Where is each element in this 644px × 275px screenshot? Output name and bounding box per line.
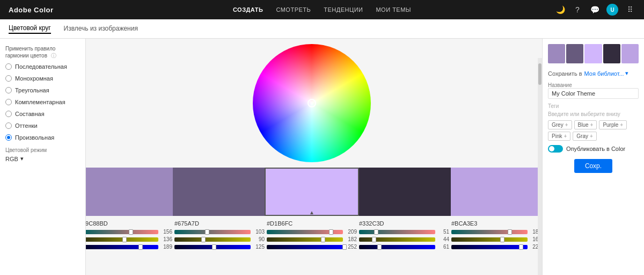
hex-3[interactable]: #D1B6FC	[267, 220, 357, 227]
harmony-compound[interactable]: Составная	[5, 111, 80, 117]
tag-plus-blue: +	[590, 122, 594, 128]
hex-5[interactable]: #BCA3E3	[451, 220, 538, 227]
left-panel: Применить правило гармонии цветов ⓘ Посл…	[0, 39, 86, 275]
save-to-label: Сохранить в	[548, 70, 582, 77]
swatch-3[interactable]	[265, 168, 358, 216]
tag-blue[interactable]: Blue +	[574, 120, 597, 129]
slider-val-g3: 182	[345, 236, 357, 242]
slider-track-b3[interactable]	[267, 245, 343, 249]
slider-b-4: 61	[359, 244, 449, 250]
preview-swatch-2[interactable]	[566, 44, 583, 63]
preview-swatch-1[interactable]	[548, 44, 565, 63]
swatch-1[interactable]	[86, 168, 173, 216]
scrollbar[interactable]	[538, 58, 542, 275]
top-nav: Adobe Color СОЗДАТЬ СМОТРЕТЬ ТЕНДЕНЦИИ М…	[0, 0, 644, 19]
harmony-triangular[interactable]: Треугольная	[5, 87, 80, 93]
right-panel: Сохранить в Моя библиот... ▾ Название Те…	[542, 39, 644, 275]
preview-swatch-5[interactable]	[621, 44, 639, 63]
publish-row: Опубликовать в Color	[548, 145, 639, 153]
tags-container: Grey + Blue + Purple + Pink + Gray +	[548, 120, 639, 141]
color-values-row: #9C88BD 156 136 189	[86, 218, 538, 254]
slider-track-g1[interactable]	[86, 237, 158, 242]
help-icon[interactable]: ?	[572, 4, 583, 15]
color-mode-section: Цветовой режим RGB ▾	[5, 147, 80, 162]
chevron-down-icon: ▾	[625, 70, 628, 77]
nav-create[interactable]: СОЗДАТЬ	[233, 6, 263, 13]
name-label: Название	[548, 82, 639, 88]
slider-b-2: 125	[174, 244, 265, 250]
preview-swatches	[548, 44, 639, 63]
radio-monochrome	[5, 75, 12, 82]
color-col-2: #675A7D 103 90 125	[173, 218, 266, 254]
slider-val-b1: 189	[160, 244, 172, 250]
harmony-monochrome[interactable]: Монохромная	[5, 75, 80, 82]
user-avatar[interactable]: U	[606, 4, 618, 16]
radio-triangular	[5, 87, 12, 93]
slider-track-g5[interactable]	[451, 237, 528, 242]
scrollbar-thumb[interactable]	[538, 63, 541, 85]
slider-g-1: 136	[86, 236, 172, 242]
harmony-sequential[interactable]: Последовательная	[5, 63, 80, 70]
harmony-complementary[interactable]: Комплементарная	[5, 99, 80, 105]
nav-trends[interactable]: ТЕНДЕНЦИИ	[324, 6, 363, 13]
chat-icon[interactable]: 💬	[589, 4, 600, 15]
slider-val-r3: 209	[345, 229, 357, 235]
nav-view[interactable]: СМОТРЕТЬ	[276, 6, 311, 13]
app-logo: Adobe Color	[9, 6, 54, 14]
preview-swatch-3[interactable]	[584, 44, 602, 63]
publish-toggle[interactable]	[548, 145, 563, 153]
slider-track-r5[interactable]	[451, 230, 528, 234]
slider-track-g2[interactable]	[174, 237, 251, 242]
color-col-3: #D1B6FC 209 182 252	[266, 218, 358, 254]
slider-track-r1[interactable]	[86, 230, 158, 234]
harmony-shades[interactable]: Оттенки	[5, 122, 80, 129]
slider-val-r2: 103	[253, 229, 265, 235]
tag-purple[interactable]: Purple +	[599, 120, 627, 129]
tab-extract[interactable]: Извлечь из изображения	[64, 25, 138, 33]
name-field-group: Название	[548, 81, 639, 99]
radio-shades	[5, 122, 12, 129]
harmony-radio-group: Последовательная Монохромная Треугольная…	[5, 63, 80, 141]
wheel-handle[interactable]	[308, 99, 316, 107]
slider-track-g4[interactable]	[359, 237, 435, 242]
color-mode-select[interactable]: RGB ▾	[5, 155, 80, 162]
tag-gray2[interactable]: Gray +	[573, 132, 597, 141]
tab-wheel[interactable]: Цветовой круг	[9, 24, 51, 34]
slider-track-r3[interactable]	[267, 230, 343, 234]
slider-track-r2[interactable]	[174, 230, 251, 234]
harmony-custom[interactable]: Произвольная	[5, 134, 80, 141]
slider-track-r4[interactable]	[359, 230, 435, 234]
name-input[interactable]	[548, 88, 639, 99]
slider-val-g1: 136	[160, 236, 172, 242]
save-to-row: Сохранить в Моя библиот... ▾	[548, 70, 639, 77]
harmony-info-icon[interactable]: ⓘ	[51, 53, 56, 59]
tag-grey[interactable]: Grey +	[548, 120, 572, 129]
slider-val-r4: 51	[437, 229, 449, 235]
radio-custom	[5, 134, 12, 141]
slider-val-b2: 125	[253, 244, 265, 250]
slider-track-b4[interactable]	[359, 245, 435, 249]
moon-icon[interactable]: 🌙	[555, 4, 566, 15]
tag-plus-pink: +	[564, 133, 567, 139]
tag-plus-grey: +	[565, 122, 568, 128]
swatch-2[interactable]	[173, 168, 265, 216]
save-button[interactable]: Сохр.	[574, 159, 612, 173]
tags-label: Теги	[548, 103, 639, 109]
slider-track-b1[interactable]	[86, 245, 158, 249]
slider-track-g3[interactable]	[267, 237, 343, 242]
save-to-dropdown[interactable]: Моя библиот... ▾	[584, 70, 628, 77]
slider-track-b2[interactable]	[174, 245, 251, 249]
apps-icon[interactable]: ⠿	[625, 4, 635, 15]
color-wheel[interactable]	[253, 44, 371, 162]
slider-track-b5[interactable]	[451, 245, 528, 249]
slider-g-3: 182	[267, 236, 357, 242]
swatch-4[interactable]	[359, 168, 451, 216]
hex-2[interactable]: #675A7D	[174, 220, 265, 227]
swatch-5[interactable]	[451, 168, 538, 216]
hex-4[interactable]: #332C3D	[359, 220, 449, 227]
preview-swatch-4[interactable]	[603, 44, 620, 63]
hex-1[interactable]: #9C88BD	[86, 220, 172, 227]
tag-pink[interactable]: Pink +	[548, 132, 570, 141]
nav-mythemes[interactable]: МОИ ТЕМЫ	[376, 6, 411, 13]
slider-g-4: 44	[359, 236, 449, 242]
